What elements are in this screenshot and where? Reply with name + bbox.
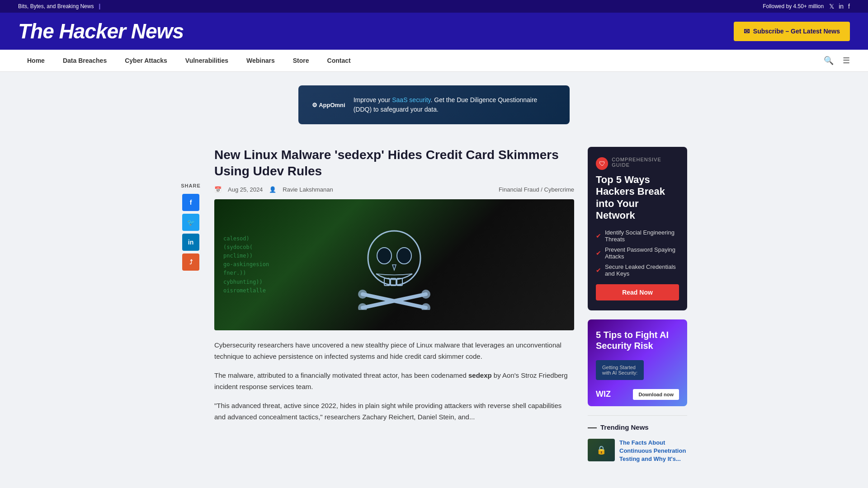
article-hero-image: calesod) (sydocob( pnclime)) go-askinges… bbox=[214, 199, 574, 330]
site-title[interactable]: The Hacker News bbox=[18, 19, 184, 43]
wiz-footer: WIZ Download now bbox=[596, 389, 679, 400]
ad-highlight: SaaS security bbox=[392, 96, 430, 103]
share-other-button[interactable]: ⤴ bbox=[182, 253, 199, 271]
svg-point-10 bbox=[358, 303, 367, 310]
ad-logo: ⚙ AppOmni bbox=[312, 102, 345, 108]
wiz-card[interactable]: 5 Tips to Fight AI Security Risk Getting… bbox=[588, 319, 687, 406]
article-meta: 📅 Aug 25, 2024 👤 Ravie Lakshmanan Financ… bbox=[214, 186, 574, 193]
share-linkedin-button[interactable]: in bbox=[182, 234, 199, 251]
menu-icon[interactable]: ☰ bbox=[843, 56, 850, 66]
article-category[interactable]: Financial Fraud / Cybercrime bbox=[499, 186, 574, 193]
trending-label: Trending News bbox=[600, 423, 649, 431]
article-author: Ravie Lakshmanan bbox=[283, 186, 333, 193]
guide-list: ✔Identify Social Engineering Threats ✔Pr… bbox=[596, 229, 679, 277]
check-icon-2: ✔ bbox=[596, 249, 601, 257]
share-facebook-button[interactable]: f bbox=[182, 194, 199, 211]
trending-text[interactable]: The Facts About Continuous Penetration T… bbox=[619, 439, 687, 464]
shield-icon: 🛡 bbox=[596, 157, 608, 170]
guide-card: 🛡 Comprehensive Guide Top 5 Ways Hackers… bbox=[588, 147, 687, 310]
tagline: Bits, Bytes, and Breaking News bbox=[18, 3, 94, 9]
share-sidebar: SHARE f 🐦 in ⤴ bbox=[181, 147, 201, 463]
article-paragraph-2: The malware, attributed to a financially… bbox=[214, 370, 574, 393]
linkedin-social-icon[interactable]: in bbox=[839, 3, 844, 10]
envelope-icon: ✉ bbox=[744, 27, 750, 36]
facebook-social-icon[interactable]: f bbox=[848, 3, 850, 10]
article-section: New Linux Malware 'sedexp' Hides Credit … bbox=[214, 147, 574, 463]
trending-thumbnail: 🔒 bbox=[588, 439, 615, 461]
list-item: ✔Prevent Password Spaying Attacks bbox=[596, 246, 679, 260]
wiz-book: Getting Startedwith AI Security: bbox=[596, 360, 644, 380]
guide-item-3: Secure Leaked Credentials and Keys bbox=[605, 263, 679, 277]
social-icons: 𝕏 in f bbox=[829, 3, 850, 10]
nav-links: Home Data Breaches Cyber Attacks Vulnera… bbox=[18, 50, 360, 71]
author-icon: 👤 bbox=[269, 186, 276, 193]
ad-text: Improve your SaaS security. Get the Due … bbox=[354, 95, 556, 114]
main-container: SHARE f 🐦 in ⤴ New Linux Malware 'sedexp… bbox=[163, 138, 705, 472]
nav-right: 🔍 ☰ bbox=[824, 56, 850, 66]
download-now-button[interactable]: Download now bbox=[633, 389, 679, 400]
article-date: Aug 25, 2024 bbox=[228, 186, 263, 193]
trending-dash: — bbox=[588, 422, 597, 432]
ad-text-before: Improve your bbox=[354, 96, 392, 103]
subscribe-button[interactable]: ✉ Subscribe – Get Latest News bbox=[734, 22, 850, 41]
ad-banner[interactable]: ⚙ AppOmni Improve your SaaS security. Ge… bbox=[298, 85, 570, 124]
share-label: SHARE bbox=[181, 183, 201, 188]
check-icon-1: ✔ bbox=[596, 232, 601, 239]
check-icon-3: ✔ bbox=[596, 267, 601, 274]
header: The Hacker News ✉ Subscribe – Get Latest… bbox=[0, 13, 868, 50]
svg-point-8 bbox=[358, 290, 367, 299]
calendar-icon: 📅 bbox=[214, 186, 222, 193]
wiz-logo: WIZ bbox=[596, 389, 611, 399]
search-icon[interactable]: 🔍 bbox=[824, 56, 834, 66]
svg-point-0 bbox=[368, 231, 420, 285]
guide-label: Comprehensive Guide bbox=[612, 157, 679, 168]
top-bar: Bits, Bytes, and Breaking News ❙ Followe… bbox=[0, 0, 868, 13]
nav-store[interactable]: Store bbox=[284, 50, 318, 71]
nav-vulnerabilities[interactable]: Vulnerabilities bbox=[176, 50, 237, 71]
article-paragraph-3: "This advanced threat, active since 2022… bbox=[214, 400, 574, 423]
nav-webinars[interactable]: Webinars bbox=[237, 50, 284, 71]
article-meta-left: 📅 Aug 25, 2024 👤 Ravie Lakshmanan bbox=[214, 186, 333, 193]
list-item: ✔Identify Social Engineering Threats bbox=[596, 229, 679, 243]
twitter-social-icon[interactable]: 𝕏 bbox=[829, 3, 834, 10]
top-bar-left: Bits, Bytes, and Breaking News ❙ bbox=[18, 3, 102, 9]
divider: ❙ bbox=[97, 3, 102, 9]
nav-contact[interactable]: Contact bbox=[318, 50, 360, 71]
top-bar-right: Followed by 4.50+ million 𝕏 in f bbox=[763, 3, 850, 10]
trending-item: 🔒 The Facts About Continuous Penetration… bbox=[588, 439, 687, 464]
guide-item-2: Prevent Password Spaying Attacks bbox=[605, 246, 679, 260]
followers-count: Followed by 4.50+ million bbox=[763, 3, 824, 9]
svg-point-11 bbox=[421, 303, 430, 310]
trending-header: — Trending News bbox=[588, 415, 687, 432]
nav-data-breaches[interactable]: Data Breaches bbox=[54, 50, 116, 71]
guide-title: Top 5 Ways Hackers Break into Your Netwo… bbox=[596, 174, 679, 222]
wiz-card-title: 5 Tips to Fight AI Security Risk bbox=[596, 329, 679, 351]
navigation: Home Data Breaches Cyber Attacks Vulnera… bbox=[0, 50, 868, 72]
list-item: ✔Secure Leaked Credentials and Keys bbox=[596, 263, 679, 277]
svg-point-2 bbox=[397, 248, 411, 264]
read-now-button[interactable]: Read Now bbox=[596, 284, 679, 300]
svg-point-1 bbox=[377, 248, 392, 264]
skull-image bbox=[349, 220, 439, 310]
share-twitter-button[interactable]: 🐦 bbox=[182, 214, 199, 231]
nav-home[interactable]: Home bbox=[18, 50, 54, 71]
nav-cyber-attacks[interactable]: Cyber Attacks bbox=[116, 50, 176, 71]
subscribe-label: Subscribe – Get Latest News bbox=[753, 28, 840, 35]
svg-point-9 bbox=[421, 290, 430, 299]
sidebar: 🛡 Comprehensive Guide Top 5 Ways Hackers… bbox=[588, 147, 687, 463]
article-title: New Linux Malware 'sedexp' Hides Credit … bbox=[214, 147, 574, 180]
appomni-icon: ⚙ bbox=[312, 102, 317, 108]
trending-section: — Trending News 🔒 The Facts About Contin… bbox=[588, 415, 687, 464]
malware-name: sedexp bbox=[468, 371, 492, 379]
guide-item-1: Identify Social Engineering Threats bbox=[605, 229, 679, 243]
article-paragraph-1: Cybersecurity researchers have uncovered… bbox=[214, 339, 574, 362]
article-body: Cybersecurity researchers have uncovered… bbox=[214, 339, 574, 423]
